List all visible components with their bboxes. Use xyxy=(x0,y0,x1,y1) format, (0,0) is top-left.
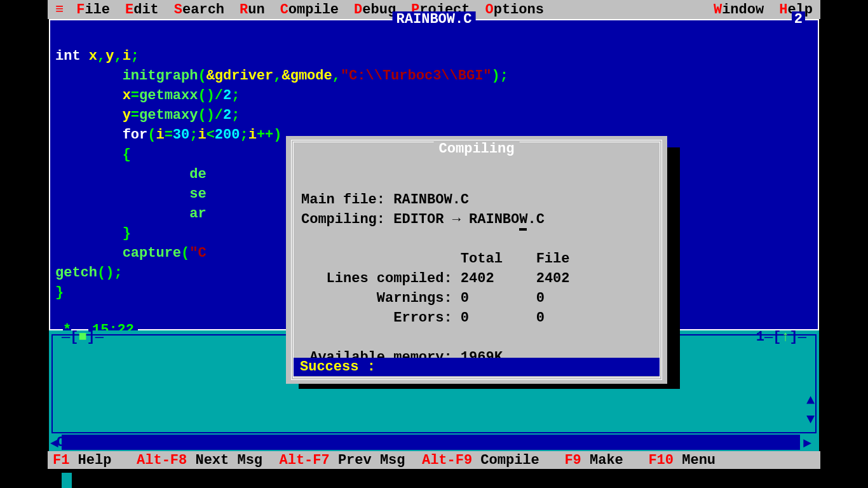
menu-compile[interactable]: Compile xyxy=(273,2,346,18)
system-menu-icon[interactable]: ≡ xyxy=(50,2,69,18)
message-close-icon[interactable]: ═[■]═ xyxy=(62,328,104,347)
dialog-status: Success : xyxy=(294,358,660,376)
menu-options[interactable]: Options xyxy=(478,2,552,18)
menu-edit[interactable]: Edit xyxy=(118,2,166,18)
menu-search[interactable]: Search xyxy=(166,2,232,18)
scrollbar-horizontal[interactable]: ◄► xyxy=(62,435,800,450)
compile-dialog[interactable]: Compiling Main file: RAINBOW.C Compiling… xyxy=(286,136,667,384)
message-window-controls[interactable]: 1═[↑]═ xyxy=(756,328,806,347)
dialog-body: Main file: RAINBOW.C Compiling: EDITOR →… xyxy=(301,170,652,387)
menu-window[interactable]: Window xyxy=(706,2,771,18)
menu-file[interactable]: File xyxy=(69,2,118,18)
menu-run[interactable]: Run xyxy=(232,2,273,18)
editor-title: RAINBOW.C xyxy=(393,11,476,27)
editor-window-number: 2 xyxy=(792,11,805,27)
scrollbar-vertical[interactable]: ▲▼ xyxy=(806,353,815,430)
dialog-title: Compiling xyxy=(434,141,520,157)
